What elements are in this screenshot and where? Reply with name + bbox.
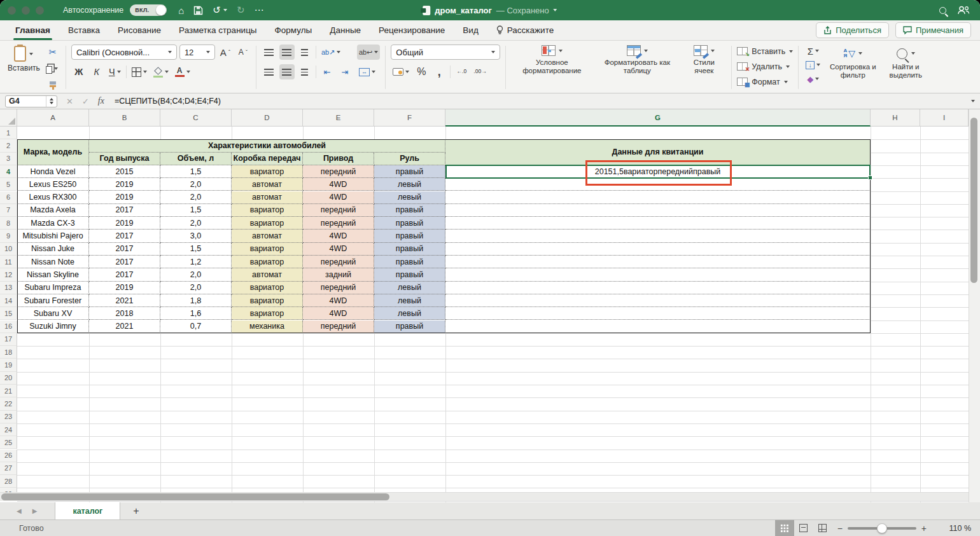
font-color-button[interactable]: А: [173, 64, 192, 79]
align-center-button[interactable]: [279, 64, 295, 79]
cell-drive-r10[interactable]: 4WD: [303, 243, 374, 256]
row-header-4[interactable]: 4: [0, 165, 17, 178]
cell-year-r8[interactable]: 2019: [89, 217, 160, 230]
cell-drive-r6[interactable]: 4WD: [303, 191, 374, 204]
decrease-decimal-button[interactable]: ←.0: [454, 64, 469, 79]
cell-wheel-r9[interactable]: правый: [374, 230, 445, 242]
cell-wheel-r14[interactable]: левый: [374, 294, 445, 307]
column-header-C[interactable]: C: [160, 109, 232, 127]
tab-data[interactable]: Данные: [321, 20, 370, 40]
row-header-12[interactable]: 12: [0, 268, 17, 281]
cell-model-r4[interactable]: Honda Vezel: [17, 165, 89, 178]
cell-wheel-r12[interactable]: правый: [374, 268, 445, 281]
cell-volume-r7[interactable]: 1,5: [160, 204, 232, 217]
zoom-window-button[interactable]: [36, 6, 44, 15]
cell-receipt-r10[interactable]: [445, 243, 871, 256]
row-header-20[interactable]: 20: [0, 372, 17, 385]
fill-handle[interactable]: [868, 175, 872, 180]
wrap-text-button[interactable]: ab↩: [357, 45, 380, 60]
cell-wheel-r4[interactable]: правый: [374, 165, 445, 178]
borders-button[interactable]: [130, 64, 149, 79]
formula-input[interactable]: =СЦЕПИТЬ(B4;C4;D4;E4;F4): [115, 97, 221, 106]
cell-gearbox-r12[interactable]: автомат: [232, 268, 303, 281]
row-header-16[interactable]: 16: [0, 320, 17, 333]
cell-gearbox-r4[interactable]: вариатор: [232, 165, 303, 178]
format-as-table-button[interactable]: Форматировать как таблицу: [599, 45, 675, 76]
format-cells-button[interactable]: ▦ Формат: [737, 75, 793, 88]
home-icon[interactable]: ⌂: [178, 5, 184, 16]
name-box[interactable]: G4: [5, 95, 57, 107]
cell-receipt-r6[interactable]: [445, 191, 871, 204]
tab-formulas[interactable]: Формулы: [266, 20, 321, 40]
cell-model-r14[interactable]: Subaru Forester: [17, 294, 89, 307]
align-bottom-button[interactable]: [297, 45, 312, 60]
increase-decimal-button[interactable]: .00→: [472, 64, 488, 79]
number-format-select[interactable]: Общий: [391, 45, 500, 60]
cell-gearbox-r10[interactable]: вариатор: [232, 243, 303, 256]
cell-drive-r7[interactable]: передний: [303, 204, 374, 217]
cell-receipt-r5[interactable]: [445, 178, 871, 191]
row-header-23[interactable]: 23: [0, 411, 17, 423]
add-sheet-icon[interactable]: +: [133, 505, 139, 517]
cell-drive-r4[interactable]: передний: [303, 165, 374, 178]
header-receipt[interactable]: Данные для квитанции: [445, 139, 871, 165]
conditional-formatting-button[interactable]: Условное форматирование: [511, 45, 592, 76]
row-header-10[interactable]: 10: [0, 243, 17, 256]
minimize-window-button[interactable]: [22, 6, 30, 15]
comments-button[interactable]: Примечания: [895, 22, 971, 38]
row-header-2[interactable]: 2: [0, 139, 17, 152]
cell-wheel-r10[interactable]: правый: [374, 243, 445, 256]
header-characteristics[interactable]: Характеристики автомобилей: [89, 139, 445, 152]
row-header-27[interactable]: 27: [0, 462, 17, 475]
row-header-21[interactable]: 21: [0, 385, 17, 397]
cell-receipt-r9[interactable]: [445, 230, 871, 242]
fill-button[interactable]: ↓: [804, 58, 822, 71]
comma-style-button[interactable]: ,: [431, 64, 447, 79]
undo-button[interactable]: ↺: [213, 4, 227, 16]
row-header-28[interactable]: 28: [0, 475, 17, 488]
header-f[interactable]: Руль: [374, 153, 445, 165]
row-header-26[interactable]: 26: [0, 450, 17, 462]
normal-view-button[interactable]: [775, 520, 794, 536]
cell-wheel-r11[interactable]: правый: [374, 256, 445, 268]
vertical-scrollbar-thumb[interactable]: [970, 118, 977, 283]
cell-drive-r11[interactable]: передний: [303, 256, 374, 268]
redo-icon[interactable]: ↻: [237, 4, 245, 16]
cell-receipt-r13[interactable]: [445, 282, 871, 294]
share-button[interactable]: Поделиться: [816, 22, 889, 38]
cell-gearbox-r9[interactable]: автомат: [232, 230, 303, 242]
fill-color-button[interactable]: [151, 64, 171, 79]
zoom-slider[interactable]: [848, 527, 916, 530]
row-header-17[interactable]: 17: [0, 333, 17, 346]
row-header-9[interactable]: 9: [0, 230, 17, 242]
cell-gearbox-r13[interactable]: вариатор: [232, 282, 303, 294]
column-header-H[interactable]: H: [871, 109, 920, 127]
clear-button[interactable]: ◆: [804, 72, 822, 85]
search-icon[interactable]: [939, 7, 946, 14]
cell-year-r11[interactable]: 2017: [89, 256, 160, 268]
cell-receipt-r14[interactable]: [445, 294, 871, 307]
cell-receipt-r11[interactable]: [445, 256, 871, 268]
row-header-14[interactable]: 14: [0, 294, 17, 307]
cell-year-r6[interactable]: 2019: [89, 191, 160, 204]
save-icon[interactable]: [193, 6, 203, 15]
cell-year-r4[interactable]: 2015: [89, 165, 160, 178]
cell-volume-r15[interactable]: 1,6: [160, 307, 232, 320]
insert-cells-button[interactable]: ↘ Вставить: [737, 45, 793, 58]
cell-volume-r13[interactable]: 2,0: [160, 282, 232, 294]
page-layout-view-button[interactable]: [794, 520, 813, 536]
merge-center-button[interactable]: ↔: [357, 64, 377, 79]
cell-volume-r5[interactable]: 2,0: [160, 178, 232, 191]
cut-button[interactable]: ✂: [45, 45, 60, 60]
sheet-tab-catalog[interactable]: каталог: [55, 502, 120, 519]
delete-cells-button[interactable]: ✕ Удалить: [737, 60, 793, 73]
page-break-view-button[interactable]: [813, 520, 832, 536]
row-header-11[interactable]: 11: [0, 256, 17, 268]
column-header-G[interactable]: G: [445, 109, 871, 127]
cell-year-r9[interactable]: 2017: [89, 230, 160, 242]
cell-drive-r16[interactable]: передний: [303, 320, 374, 333]
cell-volume-r12[interactable]: 2,0: [160, 268, 232, 281]
cell-model-r7[interactable]: Mazda Axela: [17, 204, 89, 217]
cell-receipt-r12[interactable]: [445, 268, 871, 281]
row-header-22[interactable]: 22: [0, 397, 17, 410]
